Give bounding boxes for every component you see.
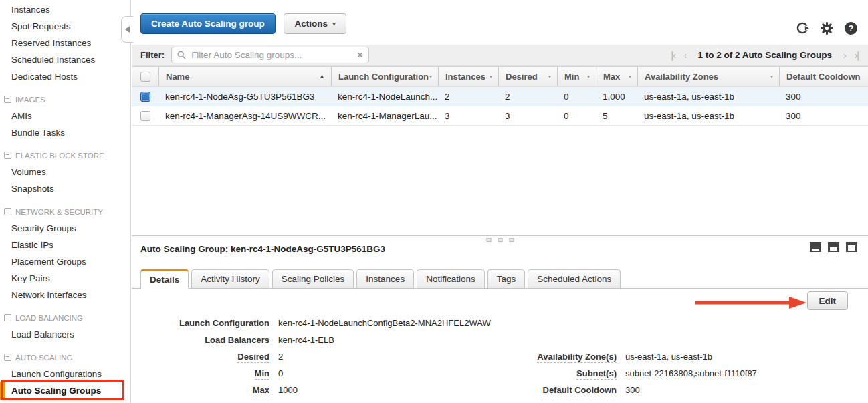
toolbar: Create Auto Scaling group Actions ▾: [132, 0, 868, 35]
sidebar-item-scheduled-instances[interactable]: Scheduled Instances: [0, 51, 130, 68]
collapse-minus-icon: −: [4, 314, 11, 321]
first-page-icon[interactable]: |‹: [671, 50, 675, 61]
tab-details[interactable]: Details: [140, 269, 189, 289]
collapse-minus-icon: −: [4, 96, 11, 103]
sidebar-item-network-interfaces[interactable]: Network Interfaces: [0, 287, 130, 303]
column-label: Default Cooldown: [786, 72, 861, 82]
sidebar-item-security-groups[interactable]: Security Groups: [0, 220, 130, 237]
filter-bar: Filter: × |‹ ‹ 1 to 2 of 2 Auto Scaling …: [132, 45, 868, 66]
panel-layout-controls: [810, 242, 857, 252]
cell-availability-zones: us-east-1a, us-east-1b: [637, 106, 779, 125]
tab-scaling-policies[interactable]: Scaling Policies: [272, 269, 354, 289]
table-row[interactable]: ken-rc4-1-NodeAsg-G5TU3P561BG3 ken-rc4-1…: [132, 86, 868, 106]
prev-page-icon[interactable]: ‹: [684, 50, 687, 61]
sidebar-section-elastic-block-store[interactable]: − ELASTIC BLOCK STORE: [0, 147, 130, 164]
actions-button[interactable]: Actions ▾: [284, 13, 346, 34]
cell-name: ken-rc4-1-NodeAsg-G5TU3P561BG3: [158, 87, 331, 106]
panel-size-small-icon[interactable]: [810, 242, 821, 252]
column-header-max[interactable]: Max ▾: [596, 67, 637, 86]
column-header-min[interactable]: Min ▾: [557, 67, 596, 86]
column-label: Availability Zones: [645, 72, 718, 82]
tab-tags[interactable]: Tags: [487, 269, 526, 289]
tab-scheduled-actions[interactable]: Scheduled Actions: [528, 269, 621, 289]
filter-searchbox: ×: [171, 47, 369, 63]
sort-asc-icon: ▲: [319, 73, 325, 80]
create-auto-scaling-group-button[interactable]: Create Auto Scaling group: [140, 13, 276, 34]
sidebar-item-bundle-tasks[interactable]: Bundle Tasks: [0, 124, 130, 141]
field-subnets: Subnet(s) subnet-22163808,subnet-f1110f8…: [506, 365, 757, 382]
detail-tabs: Details Activity History Scaling Policie…: [132, 269, 868, 289]
pagination-text: 1 to 2 of 2 Auto Scaling Groups: [697, 50, 832, 60]
sidebar-item-key-pairs[interactable]: Key Pairs: [0, 270, 130, 287]
field-value: ken-rc4-1-ELB: [278, 335, 334, 345]
column-label: Min: [564, 72, 579, 82]
sidebar-section-load-balancing[interactable]: − LOAD BALANCING: [0, 309, 130, 326]
column-header-instances[interactable]: Instances ▾: [438, 67, 498, 86]
sidebar-item-auto-scaling-groups[interactable]: Auto Scaling Groups: [0, 382, 130, 399]
sidebar-item-spot-requests[interactable]: Spot Requests: [0, 18, 130, 35]
field-value: 0: [278, 368, 283, 378]
select-all-checkbox[interactable]: [140, 72, 150, 82]
sidebar-section-label: AUTO SCALING: [15, 354, 72, 362]
row-checkbox[interactable]: [140, 92, 150, 102]
sidebar-section-auto-scaling[interactable]: − AUTO SCALING: [0, 349, 130, 366]
last-page-icon[interactable]: ›|: [855, 50, 859, 61]
column-label: Instances: [445, 72, 485, 82]
column-header-availability-zones[interactable]: Availability Zones ▾: [637, 67, 779, 86]
cell-name: ken-rc4-1-ManagerAsg-14US9WWCR...: [158, 106, 331, 125]
edit-button[interactable]: Edit: [807, 291, 849, 310]
sidebar-item-placement-groups[interactable]: Placement Groups: [0, 253, 130, 270]
cell-default-cooldown: 300: [779, 106, 868, 125]
sidebar-collapse-toggle[interactable]: [121, 16, 133, 43]
column-label: Launch Configuration: [338, 72, 429, 82]
sidebar-item-reserved-instances[interactable]: Reserved Instances: [0, 35, 130, 51]
sidebar-item-dedicated-hosts[interactable]: Dedicated Hosts: [0, 68, 130, 85]
sidebar-item-launch-configurations[interactable]: Launch Configurations: [0, 366, 130, 382]
sidebar-item-volumes[interactable]: Volumes: [0, 164, 130, 180]
field-value: 2: [278, 352, 283, 362]
panel-size-medium-icon[interactable]: [828, 242, 839, 252]
table-row[interactable]: ken-rc4-1-ManagerAsg-14US9WWCR... ken-rc…: [132, 106, 868, 126]
field-label: Launch Configuration: [179, 318, 269, 329]
field-min: Min 0: [140, 365, 491, 382]
help-icon[interactable]: ?: [845, 22, 857, 35]
clear-filter-icon[interactable]: ×: [357, 50, 363, 61]
row-checkbox[interactable]: [140, 111, 150, 121]
column-label: Desired: [506, 72, 538, 82]
field-value: ken-rc4-1-NodeLaunchConfigBeta2-MNA2HFEL…: [278, 318, 491, 328]
sidebar-item-snapshots[interactable]: Snapshots: [0, 180, 130, 197]
search-icon: [177, 51, 186, 59]
sidebar-item-amis[interactable]: AMIs: [0, 108, 130, 124]
sidebar: Instances Spot Requests Reserved Instanc…: [0, 0, 131, 403]
gear-icon[interactable]: [821, 22, 833, 35]
sort-icon: ▾: [429, 74, 432, 80]
cell-instances: 3: [438, 106, 498, 125]
sidebar-section-network-security[interactable]: − NETWORK & SECURITY: [0, 203, 130, 220]
sidebar-section-images[interactable]: − IMAGES: [0, 91, 130, 108]
tab-instances[interactable]: Instances: [356, 269, 414, 289]
field-value: subnet-22163808,subnet-f1110f87: [625, 368, 757, 378]
refresh-icon[interactable]: [796, 21, 809, 35]
collapse-minus-icon: −: [4, 208, 11, 215]
field-default-cooldown: Default Cooldown 300: [506, 382, 757, 398]
collapse-minus-icon: −: [4, 152, 11, 159]
filter-input[interactable]: [190, 49, 353, 61]
sidebar-item-instances[interactable]: Instances: [0, 1, 130, 18]
sidebar-item-load-balancers[interactable]: Load Balancers: [0, 326, 130, 343]
sidebar-item-elastic-ips[interactable]: Elastic IPs: [0, 237, 130, 253]
column-header-desired[interactable]: Desired ▾: [498, 67, 557, 86]
panel-size-large-icon[interactable]: [846, 242, 857, 252]
cell-launch-configuration: ken-rc4-1-NodeLaunch...: [331, 87, 438, 106]
table-header-row: Name ▲ Launch Configuration ▾ Instances …: [132, 66, 868, 86]
field-label: Max: [253, 385, 269, 396]
cell-max: 1,000: [596, 87, 637, 106]
tab-notifications[interactable]: Notifications: [417, 269, 485, 289]
next-page-icon[interactable]: ›: [843, 50, 846, 61]
column-header-launch-configuration[interactable]: Launch Configuration ▾: [331, 67, 438, 86]
field-placement-group: Placement Group: [506, 398, 757, 403]
detail-panel: Auto Scaling Group: ken-rc4-1-NodeAsg-G5…: [132, 235, 868, 403]
tab-activity-history[interactable]: Activity History: [191, 269, 269, 289]
details-fields-left: Launch Configuration ken-rc4-1-NodeLaunc…: [140, 315, 491, 403]
column-header-default-cooldown[interactable]: Default Cooldown: [779, 67, 868, 86]
column-header-name[interactable]: Name ▲: [158, 67, 331, 86]
